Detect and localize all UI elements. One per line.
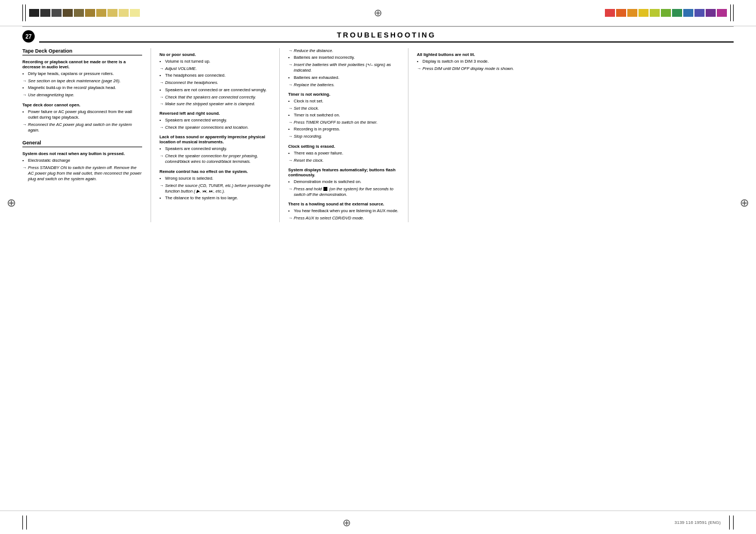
tape-door-heading: Tape deck door cannot open. bbox=[22, 102, 142, 107]
arrow-item: Replace the batteries. bbox=[288, 82, 400, 88]
col-lighted-buttons: All lighted buttons are not lit. Display… bbox=[408, 48, 734, 222]
list-item: Electrostatic discharge bbox=[22, 158, 142, 163]
color-block bbox=[107, 9, 118, 17]
arrow-item: Press DIM until DIM OFF display mode is … bbox=[417, 66, 734, 72]
list-item: There was a power failure. bbox=[288, 151, 400, 156]
all-lighted-list: Display is switch on in DIM 3 mode. bbox=[417, 59, 734, 64]
tape-deck-section-title: Tape Deck Operation bbox=[22, 48, 142, 55]
doc-number: 3139 116 19591 (ENG) bbox=[674, 520, 721, 525]
arrow-item: Use demagnetizing tape. bbox=[22, 92, 142, 98]
list-item: Magnetic build-up in the record/ playbac… bbox=[22, 85, 142, 91]
bottom-crosshair: ⊕ bbox=[342, 517, 351, 529]
lack-bass-heading: Lack of bass sound or apparently impreci… bbox=[159, 134, 271, 144]
page: ⊕ 27 TROUBLESHOOTIN bbox=[0, 0, 756, 534]
page-number: 27 bbox=[22, 30, 35, 43]
arrow-item: Insert the batteries with their polariti… bbox=[288, 62, 400, 73]
arrow-item: Press AUX to select CDR/DVD mode. bbox=[288, 216, 400, 221]
arrow-item: Select the source (CD, TUNER, etc.) befo… bbox=[159, 183, 271, 194]
color-block bbox=[29, 9, 39, 17]
color-block bbox=[63, 9, 73, 17]
reversed-sound-list: Speakers are connected wrongly. bbox=[159, 118, 271, 123]
left-crosshair: ⊕ bbox=[7, 196, 16, 209]
color-block bbox=[694, 9, 705, 17]
color-block bbox=[119, 9, 129, 17]
color-block bbox=[605, 9, 615, 17]
all-lighted-heading: All lighted buttons are not lit. bbox=[417, 52, 734, 57]
list-item: Speakers are connected wrongly. bbox=[159, 146, 271, 152]
color-block bbox=[627, 9, 637, 17]
color-block bbox=[683, 9, 693, 17]
clock-erased-list: There was a power failure. bbox=[288, 151, 400, 156]
recording-progress-list: Recording is in progress. bbox=[288, 127, 400, 132]
recording-playback-list2: Magnetic build-up in the record/ playbac… bbox=[22, 85, 142, 91]
color-block bbox=[717, 9, 727, 17]
arrow-item: Adjust VOLUME. bbox=[159, 66, 271, 72]
recording-playback-list: Dirty tape heads, capstans or pressure r… bbox=[22, 71, 142, 77]
color-block bbox=[661, 9, 671, 17]
list-item: Batteries are exhausted. bbox=[288, 75, 400, 81]
arrow-item: Reconnect the AC power plug and switch o… bbox=[22, 122, 142, 133]
color-block bbox=[130, 9, 140, 17]
col-timer-clock: Reduce the distance. Batteries are inser… bbox=[280, 48, 408, 222]
arrow-item: Check that the speakers are connected co… bbox=[159, 95, 271, 100]
list-item: Speakers are connected wrongly. bbox=[159, 118, 271, 123]
arrow-item: Reduce the distance. bbox=[288, 48, 400, 54]
right-crosshair: ⊕ bbox=[740, 196, 749, 209]
system-no-react-heading: System does not react when any button is… bbox=[22, 151, 142, 156]
reversed-sound-heading: Reversed left and right sound. bbox=[159, 111, 271, 116]
arrow-item: Reset the clock. bbox=[288, 158, 400, 163]
no-poor-sound-heading: No or poor sound. bbox=[159, 52, 271, 57]
no-poor-sound-list: Volume is not turned up. bbox=[159, 59, 271, 64]
system-displays-heading: System displays features automatically; … bbox=[288, 167, 400, 177]
list-item: Recording is in progress. bbox=[288, 127, 400, 132]
right-side-lines bbox=[730, 4, 734, 21]
bottom-left-lines bbox=[22, 516, 27, 530]
arrow-item: Press STANDBY ON to switch the system of… bbox=[22, 165, 142, 182]
batteries-exhausted-list: Batteries are exhausted. bbox=[288, 75, 400, 81]
timer-not-working-heading: Timer is not working. bbox=[288, 92, 400, 97]
left-side-lines bbox=[22, 4, 26, 21]
system-displays-list: Demonstration mode is switched on. bbox=[288, 179, 400, 185]
color-blocks-left bbox=[29, 9, 140, 17]
arrow-item: Press and hold (on the system) for five … bbox=[288, 186, 400, 198]
stop-icon bbox=[323, 187, 327, 191]
general-section-title: General bbox=[22, 140, 142, 147]
arrow-item: Stop recording. bbox=[288, 134, 400, 139]
color-block bbox=[616, 9, 626, 17]
arrow-item: See section on tape deck maintenance (pa… bbox=[22, 78, 142, 84]
color-block bbox=[706, 9, 716, 17]
top-bar: ⊕ bbox=[0, 0, 756, 26]
system-no-react-list: Electrostatic discharge bbox=[22, 158, 142, 163]
color-block bbox=[51, 9, 62, 17]
color-block bbox=[672, 9, 682, 17]
arrow-item: Disconnect the headphones. bbox=[159, 80, 271, 86]
recording-playback-heading: Recording or playback cannot be made or … bbox=[22, 59, 142, 69]
arrow-item: Set the clock. bbox=[288, 106, 400, 111]
color-block bbox=[40, 9, 50, 17]
color-block bbox=[638, 9, 649, 17]
howling-heading: There is a howling sound at the external… bbox=[288, 202, 400, 207]
color-block bbox=[74, 9, 84, 17]
list-item: Clock is not set. bbox=[288, 99, 400, 104]
batteries-incorrect-list: Batteries are inserted incorrectly. bbox=[288, 55, 400, 60]
list-item: Speakers are not connected or are connec… bbox=[159, 87, 271, 93]
color-blocks-right bbox=[605, 9, 727, 17]
tape-door-list: Power failure or AC power plug disconnec… bbox=[22, 109, 142, 120]
clock-erased-heading: Clock setting is erased. bbox=[288, 144, 400, 149]
list-item: Timer is not switched on. bbox=[288, 113, 400, 118]
headphones-list: The headphones are connected. bbox=[159, 73, 271, 78]
timer-not-switched-list: Timer is not switched on. bbox=[288, 113, 400, 118]
remote-control-heading: Remote control has no effect on the syst… bbox=[159, 169, 271, 174]
list-item: Wrong source is selected. bbox=[159, 176, 271, 181]
arrow-item: Make sure the stripped speaker wire is c… bbox=[159, 101, 271, 107]
lack-bass-list: Speakers are connected wrongly. bbox=[159, 146, 271, 152]
list-item: Volume is not turned up. bbox=[159, 59, 271, 64]
list-item: Batteries are inserted incorrectly. bbox=[288, 55, 400, 60]
col-tape-general: Tape Deck Operation Recording or playbac… bbox=[22, 48, 151, 222]
list-item: Demonstration mode is switched on. bbox=[288, 179, 400, 185]
content-area: Tape Deck Operation Recording or playbac… bbox=[0, 43, 756, 228]
color-block bbox=[650, 9, 660, 17]
list-item: Display is switch on in DIM 3 mode. bbox=[417, 59, 734, 64]
list-item: Dirty tape heads, capstans or pressure r… bbox=[22, 71, 142, 77]
list-item: You hear feedback when you are listening… bbox=[288, 208, 400, 214]
